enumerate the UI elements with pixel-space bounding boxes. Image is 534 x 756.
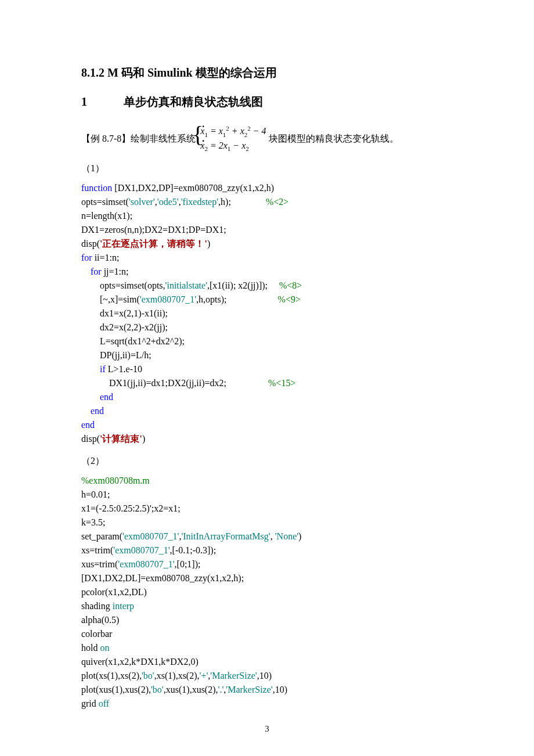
page-number: 3: [0, 722, 534, 736]
code-block-2: %exm080708m.mh=0.01;x1=(-2.5:0.25:2.5)';…: [81, 474, 453, 711]
sub-heading: 1 单步仿真和精良状态轨线图: [81, 93, 453, 110]
equation: { x1 = x12 + x22 − 4 x2 = 2x1 − x2: [198, 124, 266, 153]
part-1-label: （1）: [81, 161, 453, 175]
example-post: 块图模型的精良状态变化轨线。: [269, 132, 399, 146]
part-2-label: （2）: [81, 454, 453, 468]
example-pre: 绘制非线性系统: [131, 132, 196, 146]
code-block-1: function [DX1,DX2,DP]=exm080708_zzy(x1,x…: [81, 181, 453, 446]
example-label: 【例 8.7-8】: [81, 132, 131, 146]
example-line: 【例 8.7-8】 绘制非线性系统 { x1 = x12 + x22 − 4 x…: [81, 124, 453, 153]
page: 8.1.2 M 码和 Simulink 模型的综合运用 1 单步仿真和精良状态轨…: [0, 0, 534, 756]
section-heading: 8.1.2 M 码和 Simulink 模型的综合运用: [81, 64, 453, 81]
sub-heading-title: 单步仿真和精良状态轨线图: [124, 95, 263, 108]
sub-heading-num: 1: [81, 93, 121, 110]
